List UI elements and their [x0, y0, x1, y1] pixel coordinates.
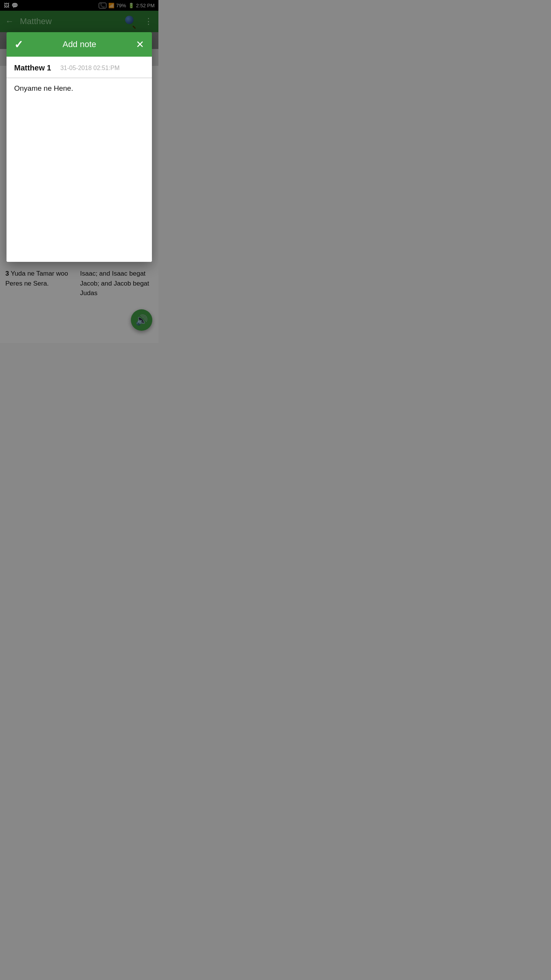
- note-text-area[interactable]: Onyame ne Hene.: [7, 78, 152, 262]
- note-book-label: Matthew 1: [14, 64, 51, 72]
- modal-header: ✓ Add note ✕: [7, 32, 152, 57]
- modal-overlay: ✓ Add note ✕ Matthew 1 31-05-2018 02:51:…: [0, 0, 158, 343]
- modal-body: Matthew 1 31-05-2018 02:51:PM Onyame ne …: [7, 57, 152, 262]
- note-info-row: Matthew 1 31-05-2018 02:51:PM: [7, 57, 152, 78]
- add-note-modal: ✓ Add note ✕ Matthew 1 31-05-2018 02:51:…: [7, 32, 152, 262]
- close-modal-button[interactable]: ✕: [136, 39, 144, 51]
- modal-title: Add note: [62, 39, 96, 49]
- note-content: Onyame ne Hene.: [14, 84, 73, 92]
- note-datetime: 31-05-2018 02:51:PM: [60, 65, 120, 72]
- confirm-note-button[interactable]: ✓: [14, 38, 23, 51]
